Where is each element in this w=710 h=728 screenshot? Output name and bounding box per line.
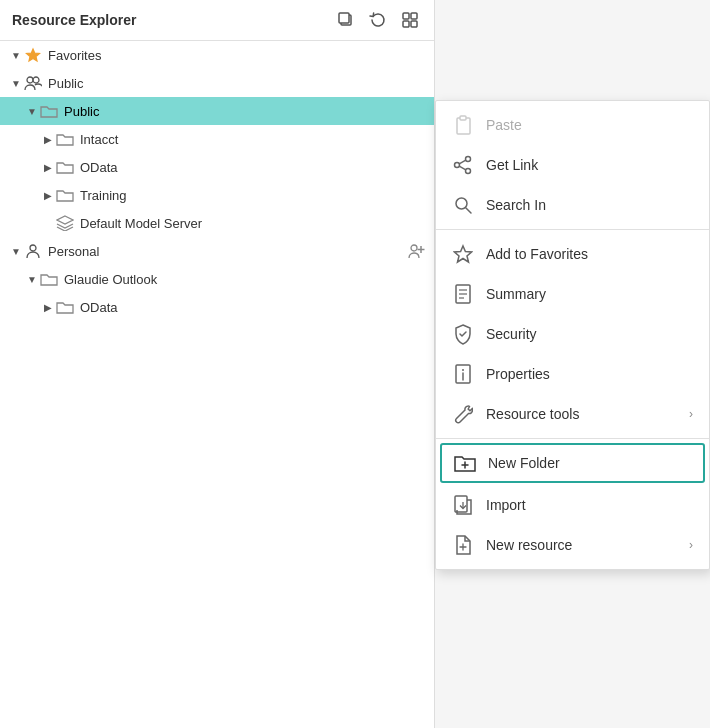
svg-rect-4 [403,21,409,27]
chevron-glaudie [24,271,40,287]
svg-line-22 [466,208,471,213]
tree-item-favorites[interactable]: Favorites [0,41,434,69]
new-folder-label: New Folder [488,455,691,471]
divider-1 [436,229,709,230]
new-resource-label: New resource [486,537,689,553]
group-icon [24,74,42,92]
menu-item-new-folder[interactable]: New Folder [440,443,705,483]
glaudie-label: Glaudie Outlook [64,272,426,287]
tree-item-default-model[interactable]: Default Model Server [0,209,434,237]
header-icons [334,8,422,32]
svg-point-29 [462,369,464,371]
svg-point-18 [455,163,460,168]
panel-header: Resource Explorer [0,0,434,41]
tree-item-training[interactable]: Training [0,181,434,209]
chevron-odata2 [40,299,56,315]
tree-item-odata1[interactable]: OData [0,153,434,181]
tree-container: Favorites Public Public [0,41,434,728]
svg-rect-5 [411,21,417,27]
paste-label: Paste [486,117,693,133]
search-in-label: Search In [486,197,693,213]
chevron-intacct [40,131,56,147]
svg-line-20 [459,166,466,170]
folder-plus-icon [454,452,476,474]
svg-point-10 [30,245,36,251]
folder-icon-training [56,186,74,204]
public-folder-label: Public [64,104,426,119]
chevron-personal [8,243,24,259]
refresh-icon[interactable] [366,8,390,32]
odata1-label: OData [80,160,426,175]
training-label: Training [80,188,426,203]
security-label: Security [486,326,693,342]
folder-icon-odata1 [56,158,74,176]
svg-marker-23 [455,246,472,262]
svg-marker-6 [27,49,40,61]
import-label: Import [486,497,693,513]
tree-item-odata2[interactable]: OData [0,293,434,321]
public-group-label: Public [48,76,426,91]
clipboard-icon [452,114,474,136]
wrench-icon [452,403,474,425]
menu-item-security[interactable]: Security [436,314,709,354]
share-icon [452,154,474,176]
tree-item-public-folder[interactable]: Public [0,97,434,125]
menu-item-get-link[interactable]: Get Link [436,145,709,185]
svg-point-17 [466,169,471,174]
svg-rect-2 [403,13,409,19]
star-icon [24,46,42,64]
chevron-public-folder [24,103,40,119]
tree-item-intacct[interactable]: Intacct [0,125,434,153]
star-outline-icon [452,243,474,265]
odata2-label: OData [80,300,426,315]
menu-item-import[interactable]: Import [436,485,709,525]
tree-item-glaudie[interactable]: Glaudie Outlook [0,265,434,293]
menu-item-paste[interactable]: Paste [436,105,709,145]
search-icon [452,194,474,216]
svg-point-7 [27,77,33,83]
svg-rect-15 [460,116,466,120]
menu-item-new-resource[interactable]: New resource › [436,525,709,565]
panel-title: Resource Explorer [12,12,137,28]
tree-item-public-group[interactable]: Public [0,69,434,97]
shield-icon [452,323,474,345]
chevron-public-group [8,75,24,91]
get-link-label: Get Link [486,157,693,173]
expand-icon[interactable] [398,8,422,32]
import-icon [452,494,474,516]
document-icon [452,283,474,305]
folder-icon-odata2 [56,298,74,316]
personal-label: Personal [48,244,408,259]
context-menu: Paste Get Link [435,100,710,570]
summary-label: Summary [486,286,693,302]
info-icon [452,363,474,385]
folder-icon-glaudie [40,270,58,288]
default-model-label: Default Model Server [80,216,426,231]
menu-item-properties[interactable]: Properties [436,354,709,394]
favorites-label: Favorites [48,48,426,63]
divider-2 [436,438,709,439]
add-favorites-label: Add to Favorites [486,246,693,262]
copy-icon[interactable] [334,8,358,32]
tree-item-personal[interactable]: Personal [0,237,434,265]
folder-icon-intacct [56,130,74,148]
resource-explorer-panel: Resource Explorer [0,0,435,728]
new-resource-arrow: › [689,538,693,552]
svg-point-11 [411,245,417,251]
menu-item-add-favorites[interactable]: Add to Favorites [436,234,709,274]
add-person-icon[interactable] [408,243,426,259]
menu-item-resource-tools[interactable]: Resource tools › [436,394,709,434]
svg-point-21 [456,198,467,209]
menu-item-search-in[interactable]: Search In [436,185,709,225]
resource-tools-label: Resource tools [486,406,689,422]
person-icon [24,242,42,260]
svg-point-8 [33,77,39,83]
menu-item-summary[interactable]: Summary [436,274,709,314]
context-menu-panel: Paste Get Link [435,0,710,728]
svg-rect-33 [455,496,467,512]
chevron-odata1 [40,159,56,175]
svg-rect-3 [411,13,417,19]
folder-icon-public [40,102,58,120]
svg-line-19 [459,160,466,164]
layers-icon [56,214,74,232]
